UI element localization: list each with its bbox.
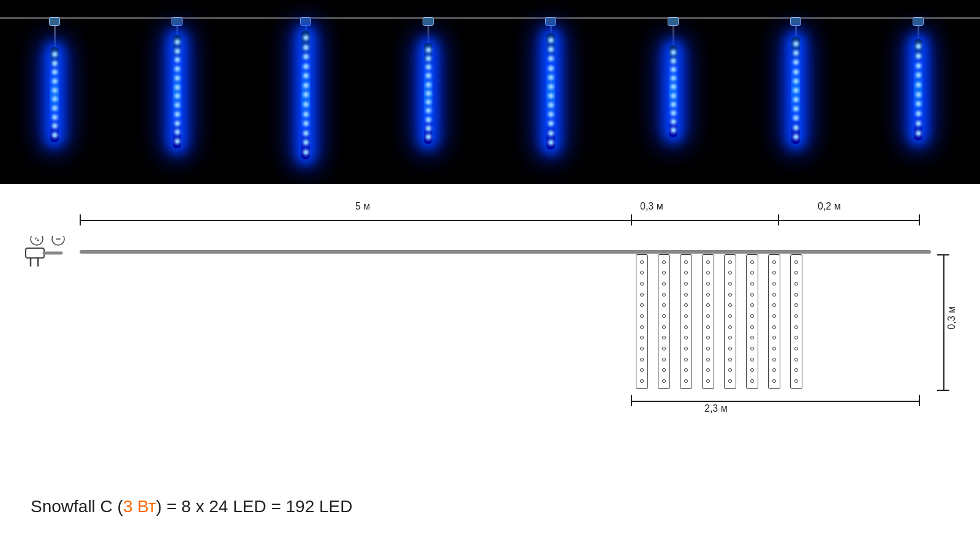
diag-tube-1 (636, 254, 648, 389)
led-drop-4 (423, 17, 434, 144)
diag-tube-2 (658, 254, 670, 389)
tube (173, 35, 181, 148)
wire-segment (550, 26, 552, 33)
led-drop-1 (49, 17, 60, 142)
dim-03m-side-vline (943, 254, 944, 390)
diag-tube-5 (724, 254, 736, 389)
dim-02m-hline (778, 220, 919, 221)
led-drop-6 (668, 17, 679, 137)
dim-03m-side-label: 0,3 м (946, 306, 957, 330)
wire-segment (305, 26, 307, 31)
dim-23m-hline (631, 401, 919, 402)
svg-text:═: ═ (55, 236, 61, 243)
wire-segment (918, 26, 919, 39)
connector (668, 17, 679, 26)
formula-watt: 3 Вт (123, 497, 156, 516)
tube (50, 47, 59, 142)
dim-03m-side-bot-tick (937, 390, 949, 391)
connector (913, 17, 924, 26)
connector (300, 17, 311, 26)
wire-segment (176, 26, 178, 35)
dim-02m-label: 0,2 м (818, 201, 841, 212)
dim-03m-hline (631, 220, 778, 221)
dim-23m-label: 2,3 м (704, 403, 728, 414)
wire-segment (795, 26, 797, 37)
connector (423, 17, 434, 26)
wire-segment (54, 26, 56, 47)
wire-segment (428, 26, 429, 43)
diag-tube-8 (790, 254, 802, 389)
led-drop-5 (545, 17, 556, 149)
connector (49, 17, 60, 26)
tube (791, 37, 800, 144)
connector (172, 17, 183, 26)
diagram-section: 5 м 0,3 м 0,2 м ∿ ═ (0, 184, 980, 541)
tube (546, 33, 555, 149)
connector (790, 17, 801, 26)
formula-suffix: ) = 8 х 24 LED = 192 LED (156, 497, 353, 516)
svg-text:∿: ∿ (34, 236, 40, 243)
led-drop-8 (913, 17, 924, 140)
tube (914, 39, 922, 140)
diag-tube-group (631, 254, 807, 389)
led-drop-3 (300, 17, 311, 159)
dim-03m-label: 0,3 м (640, 201, 663, 212)
diag-tube-3 (680, 254, 692, 389)
diag-tube-7 (768, 254, 780, 389)
wire-line (0, 17, 980, 19)
connector (545, 17, 556, 26)
dim-5m-label: 5 м (355, 201, 370, 212)
dim-23m-right-tick (919, 395, 920, 406)
plug: ∿ ═ (24, 236, 77, 272)
diag-tube-4 (702, 254, 714, 389)
led-drop-2 (172, 17, 183, 148)
led-drop-7 (790, 17, 801, 144)
main-wire (80, 250, 931, 254)
tube (669, 45, 677, 137)
dim-5m-hline (80, 220, 631, 221)
dim-02m-right-tick (919, 214, 920, 225)
photo-section (0, 0, 980, 184)
diag-tube-6 (746, 254, 758, 389)
wire-segment (673, 26, 674, 45)
tube (424, 43, 432, 144)
formula-text: Snowfall C (3 Вт) = 8 х 24 LED = 192 LED (31, 497, 353, 516)
formula-prefix: Snowfall C ( (31, 497, 123, 516)
svg-rect-0 (26, 248, 44, 258)
tube (301, 31, 310, 159)
